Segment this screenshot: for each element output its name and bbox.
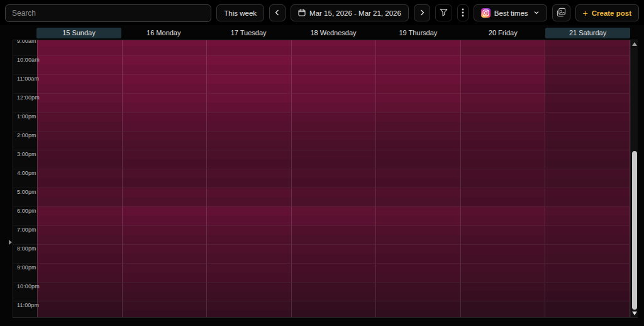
heatmap-cell[interactable] xyxy=(206,225,291,244)
day-header[interactable]: 16 Monday xyxy=(121,28,206,38)
heatmap-cell[interactable] xyxy=(545,206,630,225)
heatmap-cell[interactable] xyxy=(206,169,291,188)
heatmap-cell[interactable] xyxy=(460,40,545,55)
heatmap-cell[interactable] xyxy=(375,55,460,74)
heatmap-cell[interactable] xyxy=(37,112,122,131)
day-header[interactable]: 15 Sunday xyxy=(36,28,121,38)
media-view-button[interactable] xyxy=(552,4,570,21)
heatmap-cell[interactable] xyxy=(545,263,630,282)
heatmap-cell[interactable] xyxy=(545,188,630,206)
heatmap-cell[interactable] xyxy=(291,93,376,112)
heatmap-cell[interactable] xyxy=(375,282,460,301)
heatmap-cell[interactable] xyxy=(375,244,460,263)
heatmap-cell[interactable] xyxy=(122,188,207,206)
heatmap-cell[interactable] xyxy=(460,93,545,112)
heatmap-cell[interactable] xyxy=(545,93,630,112)
day-header[interactable]: 20 Friday xyxy=(460,28,545,38)
heatmap-cell[interactable] xyxy=(291,150,376,169)
heatmap-cell[interactable] xyxy=(545,244,630,263)
heatmap-cell[interactable] xyxy=(545,74,630,93)
more-options-button[interactable] xyxy=(457,4,469,21)
day-header[interactable]: 21 Saturday xyxy=(545,28,630,38)
heatmap-cell[interactable] xyxy=(37,74,122,93)
heatmap-cell[interactable] xyxy=(375,131,460,150)
heatmap-cell[interactable] xyxy=(545,55,630,74)
heatmap-cell[interactable] xyxy=(291,188,376,206)
heatmap-cell[interactable] xyxy=(37,55,122,74)
heatmap-cell[interactable] xyxy=(545,131,630,150)
heatmap-cell[interactable] xyxy=(122,244,207,263)
heatmap-cell[interactable] xyxy=(545,282,630,301)
scrollbar-thumb[interactable] xyxy=(632,151,637,310)
heatmap-cell[interactable] xyxy=(375,188,460,206)
heatmap-cell[interactable] xyxy=(460,301,545,318)
heatmap-cell[interactable] xyxy=(37,188,122,206)
heatmap-cell[interactable] xyxy=(122,74,207,93)
heatmap-cell[interactable] xyxy=(291,301,376,318)
heatmap-cell[interactable] xyxy=(37,301,122,318)
heatmap-cell[interactable] xyxy=(37,206,122,225)
heatmap-cell[interactable] xyxy=(122,282,207,301)
heatmap-cell[interactable] xyxy=(375,206,460,225)
heatmap-cell[interactable] xyxy=(545,150,630,169)
heatmap-cell[interactable] xyxy=(460,112,545,131)
date-range-button[interactable]: Mar 15, 2026 - Mar 21, 2026 xyxy=(291,4,409,21)
heatmap-cell[interactable] xyxy=(460,74,545,93)
heatmap-cell[interactable] xyxy=(37,93,122,112)
heatmap-cell[interactable] xyxy=(375,225,460,244)
heatmap-cell[interactable] xyxy=(375,263,460,282)
create-post-button[interactable]: + Create post xyxy=(575,4,639,21)
heatmap-cell[interactable] xyxy=(37,150,122,169)
heatmap-cell[interactable] xyxy=(545,112,630,131)
heatmap-cell[interactable] xyxy=(206,40,291,55)
heatmap-cell[interactable] xyxy=(375,301,460,318)
heatmap-cell[interactable] xyxy=(37,263,122,282)
heatmap-cell[interactable] xyxy=(460,206,545,225)
heatmap-cell[interactable] xyxy=(375,169,460,188)
heatmap-cell[interactable] xyxy=(291,244,376,263)
best-times-dropdown[interactable]: Best times xyxy=(474,4,547,21)
heatmap-cell[interactable] xyxy=(122,40,207,55)
heatmap-cell[interactable] xyxy=(291,112,376,131)
vertical-scrollbar[interactable] xyxy=(630,40,638,317)
heatmap-cell[interactable] xyxy=(460,150,545,169)
heatmap-cell[interactable] xyxy=(460,188,545,206)
heatmap-cell[interactable] xyxy=(460,244,545,263)
heatmap-cell[interactable] xyxy=(122,225,207,244)
filter-button[interactable] xyxy=(435,4,452,21)
heatmap-cell[interactable] xyxy=(37,244,122,263)
day-header[interactable]: 17 Tuesday xyxy=(206,28,291,38)
heatmap-cell[interactable] xyxy=(545,225,630,244)
search-input[interactable] xyxy=(5,4,211,22)
heatmap-cell[interactable] xyxy=(375,74,460,93)
heatmap-cell[interactable] xyxy=(206,301,291,318)
heatmap-cell[interactable] xyxy=(122,169,207,188)
next-week-button[interactable] xyxy=(414,4,430,21)
heatmap-cell[interactable] xyxy=(37,131,122,150)
heatmap-cell[interactable] xyxy=(545,169,630,188)
heatmap-cell[interactable] xyxy=(37,282,122,301)
heatmap-cell[interactable] xyxy=(122,112,207,131)
heatmap-cell[interactable] xyxy=(206,263,291,282)
heatmap-cell[interactable] xyxy=(206,93,291,112)
heatmap-cell[interactable] xyxy=(37,169,122,188)
heatmap-cell[interactable] xyxy=(460,131,545,150)
heatmap-cell[interactable] xyxy=(206,206,291,225)
scroll-up-arrow-icon[interactable] xyxy=(632,42,637,46)
day-header[interactable]: 18 Wednesday xyxy=(291,28,376,38)
heatmap-cell[interactable] xyxy=(291,263,376,282)
scroll-down-arrow-icon[interactable] xyxy=(632,312,637,315)
heatmap-cell[interactable] xyxy=(122,93,207,112)
heatmap-cell[interactable] xyxy=(122,150,207,169)
heatmap-cell[interactable] xyxy=(206,150,291,169)
heatmap-cell[interactable] xyxy=(122,55,207,74)
heatmap-cell[interactable] xyxy=(291,55,376,74)
heatmap-cell[interactable] xyxy=(375,112,460,131)
day-header[interactable]: 19 Thursday xyxy=(375,28,460,38)
heatmap-cell[interactable] xyxy=(206,55,291,74)
heatmap-cell[interactable] xyxy=(545,301,630,318)
heatmap-cell[interactable] xyxy=(206,112,291,131)
heatmap-cell[interactable] xyxy=(375,93,460,112)
heatmap-cell[interactable] xyxy=(545,40,630,55)
heatmap-cell[interactable] xyxy=(291,131,376,150)
